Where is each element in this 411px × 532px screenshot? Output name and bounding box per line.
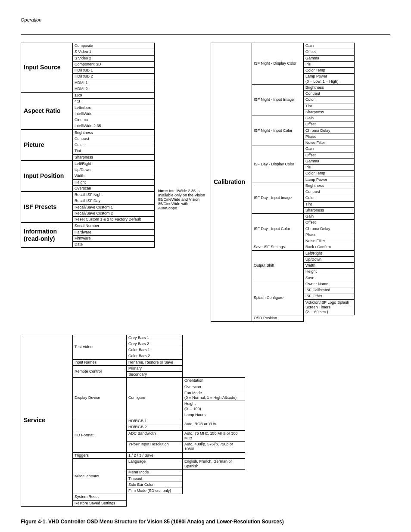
menu-item: Color <box>73 142 155 148</box>
calibration-item: Offset <box>304 121 355 128</box>
service-sub2: Menu Mode <box>127 470 183 476</box>
left-menu-column: Input SourceCompositeS Video 1S Video 2C… <box>21 43 155 248</box>
menu-item: HDMI 2 <box>73 86 155 92</box>
menu-category: Aspect Ratio <box>21 93 73 130</box>
calibration-item: Offset <box>304 49 355 55</box>
menu-item: HD/RGB 1 <box>73 68 155 74</box>
service-sub3: Overscan <box>183 384 245 390</box>
calibration-item: ISF Other <box>304 293 355 299</box>
menu-item: S Video 1 <box>73 49 155 55</box>
calibration-item: Owner Name <box>304 281 355 287</box>
service-sub3: Orientation <box>183 378 245 384</box>
calibration-item: Lamp Power <box>304 177 355 183</box>
calibration-item: Chroma Delay <box>304 226 355 232</box>
menu-item: Letterbox <box>73 105 155 111</box>
service-sub2: Timeout <box>127 476 183 482</box>
service-sub3: English, French, German or Spanish <box>183 458 245 470</box>
calibration-item: Contrast <box>304 91 355 97</box>
menu-item: Up/Down <box>73 167 155 173</box>
calibration-group: ISF Night - Input Image <box>252 84 304 115</box>
calibration-item: Tint <box>304 103 355 109</box>
calibration-item: ISF Calibrated <box>304 287 355 293</box>
service-sub3: Fan Mode (0 = Normal; 1 = High Altitude) <box>183 390 245 401</box>
service-sub2: Side Bar Color <box>127 482 183 488</box>
service-sub2: 1 / 2 / 3 / Save <box>127 452 183 458</box>
service-sub: Display Device <box>73 378 127 418</box>
calibration-category: Calibration <box>211 43 252 322</box>
calibration-item: Phase <box>304 134 355 140</box>
service-sub2: Configure <box>127 378 183 418</box>
service-sub2: Secondary <box>127 372 183 378</box>
calibration-item: Tint <box>304 201 355 207</box>
menu-category: ISF Presets <box>21 192 73 223</box>
calibration-item: Lamp Power (0 = Low; 1 = High) <box>304 74 355 85</box>
service-sub2: Color Bars 1 <box>127 347 183 353</box>
calibration-group: ISF Day - Input Image <box>252 183 304 213</box>
calibration-item: Gamma <box>304 158 355 164</box>
service-sub: Remote Control <box>73 365 127 378</box>
service-sub2: Film Mode (SD src. only) <box>127 488 183 494</box>
page-header: Operation <box>21 17 390 35</box>
service-block: ServiceTest VideoGrey Bars 1Grey Bars 2C… <box>21 335 390 507</box>
menu-item: Recall ISF Day <box>73 198 155 204</box>
service-sub2: Grey Bars 2 <box>127 341 183 347</box>
menu-item: Date <box>73 242 155 248</box>
menu-item: Overscan <box>73 185 155 191</box>
service-sub: System Reset <box>73 494 127 500</box>
service-sub2: YPbPr Input Resolution <box>127 442 183 453</box>
calibration-item: Iris <box>304 165 355 171</box>
menu-item: Left/Right <box>73 161 155 167</box>
menu-item: Firmware <box>73 235 155 241</box>
service-sub2: Primary <box>127 365 183 371</box>
calibration-item: Offset <box>304 152 355 158</box>
calibration-item: Gain <box>304 115 355 121</box>
calibration-item: Gamma <box>304 55 355 61</box>
service-sub: HD Format <box>73 418 127 453</box>
menu-item: IntelliWide <box>73 111 155 117</box>
calibration-item: Back / Confirm <box>304 244 355 250</box>
calibration-block: CalibrationISF Night - Display ColorGain… <box>211 43 355 322</box>
menu-item: Brightness <box>73 130 155 136</box>
menu-item: IntelliWide 2.35 <box>73 123 155 129</box>
figure-caption: Figure 4-1. VHD Controller OSD Menu Stru… <box>21 519 390 525</box>
menu-item: S Video 2 <box>73 55 155 61</box>
menu-item: 4:3 <box>73 99 155 105</box>
menu-item: Recall/Save Custom 2 <box>73 210 155 216</box>
service-sub2: ADC Bandwidth <box>127 430 183 442</box>
service-sub: Input Names <box>73 359 127 365</box>
calibration-item: Brightness <box>304 183 355 189</box>
calibration-item: Color <box>304 195 355 201</box>
menu-item: Hardware <box>73 229 155 235</box>
service-sub3: Auto, RGB or YUV <box>183 418 245 431</box>
menu-item: Serial Number <box>73 223 155 229</box>
service-sub2: HD/RGB 1 <box>127 418 183 424</box>
calibration-item: Contrast <box>304 189 355 195</box>
calibration-item: Up/Down <box>304 256 355 262</box>
menu-category: Information (read-only) <box>21 223 73 248</box>
calibration-item: Color Temp <box>304 68 355 74</box>
menu-item: Recall/Save Custom 1 <box>73 204 155 210</box>
calibration-group: OSD Position <box>252 315 304 321</box>
calibration-item: Width <box>304 263 355 269</box>
calibration-group: ISF Day - Display Color <box>252 146 304 183</box>
calibration-group: Save ISF Settings <box>252 244 304 250</box>
menu-category: Input Source <box>21 43 73 92</box>
calibration-item: Gain <box>304 43 355 49</box>
calibration-item: Chroma Delay <box>304 128 355 134</box>
calibration-item: Height <box>304 269 355 275</box>
service-sub3: Auto, 480i/p, 576i/p, 720p or 1080i <box>183 442 245 453</box>
service-sub: Restore Saved Settings <box>73 500 127 506</box>
menu-item: HDMI 1 <box>73 80 155 86</box>
service-sub: Triggers <box>73 452 127 458</box>
calibration-item: Save <box>304 275 355 281</box>
calibration-item: Brightness <box>304 84 355 90</box>
calibration-item: Left/Right <box>304 250 355 256</box>
menu-category: Input Position <box>21 161 73 191</box>
service-sub2: HD/RGB 2 <box>127 424 183 430</box>
calibration-group: ISF Day - Input Color <box>252 214 304 244</box>
service-sub2: Grey Bars 1 <box>127 335 183 341</box>
note-text: Note: IntelliWide 2.35 is available only… <box>155 189 211 210</box>
calibration-item: Iris <box>304 61 355 67</box>
menu-item: Cinema <box>73 117 155 123</box>
calibration-item: Phase <box>304 232 355 238</box>
